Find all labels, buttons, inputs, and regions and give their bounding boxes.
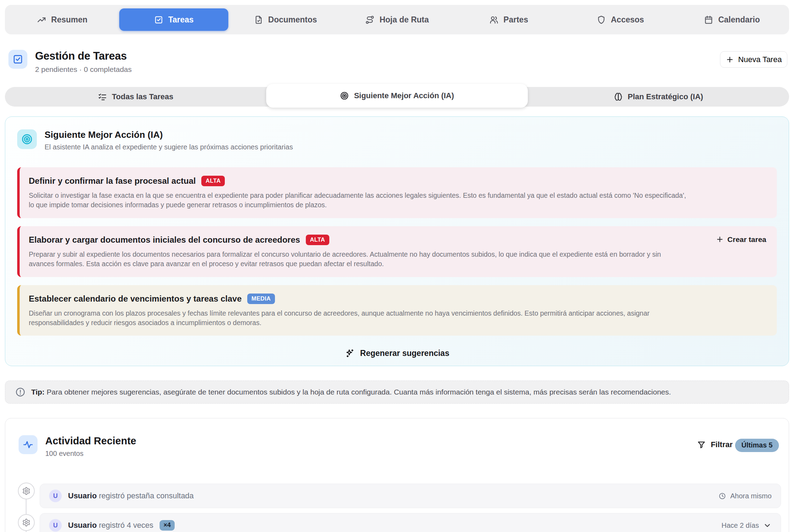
tab-tareas[interactable]: Tareas — [119, 8, 228, 31]
suggestion-title: Definir y confirmar la fase procesal act… — [29, 176, 196, 186]
check-square-icon — [154, 15, 163, 25]
tip-banner: Tip: Para obtener mejores sugerencias, a… — [5, 381, 789, 404]
user-avatar: U — [49, 519, 62, 532]
recent-activity-panel: Actividad Reciente 100 eventos Filtrar Ú… — [5, 418, 789, 532]
tip-label: Tip: — [31, 388, 45, 396]
tab-label: Tareas — [168, 15, 194, 25]
suggestion-card[interactable]: Establecer calendario de vencimientos y … — [17, 285, 777, 336]
shield-icon — [597, 15, 606, 25]
view-tab-todas-las-tareas[interactable]: Todas las Tareas — [5, 87, 266, 107]
tasks-header-icon-box — [8, 50, 27, 69]
ai-target-icon-box — [17, 129, 37, 149]
tab-hoja-de-ruta[interactable]: Hoja de Ruta — [343, 8, 451, 31]
tab-label: Documentos — [268, 15, 317, 25]
target-icon — [340, 91, 349, 100]
info-circle-icon — [15, 387, 26, 397]
page-title: Gestión de Tareas — [35, 50, 132, 62]
regenerate-suggestions-button[interactable]: Regenerar sugerencias — [338, 345, 456, 362]
tab-documentos[interactable]: Documentos — [231, 8, 340, 31]
ai-panel-title: Siguiente Mejor Acción (IA) — [45, 129, 293, 140]
priority-badge: ALTA — [306, 235, 329, 245]
tab-label: Partes — [504, 15, 528, 25]
calendar-icon — [704, 15, 713, 25]
filter-button[interactable]: Filtrar — [697, 440, 733, 449]
sparkles-icon — [345, 348, 355, 358]
view-switcher: Todas las Tareas Siguiente Mejor Acción … — [5, 87, 789, 107]
gear-icon — [18, 483, 35, 499]
suggestion-title: Elaborar y cargar documentos iniciales d… — [29, 235, 300, 245]
suggestion-description: Diseñar un cronograma con los plazos pro… — [29, 309, 688, 328]
activity-icon-box — [19, 435, 38, 454]
activity-title: Actividad Reciente — [45, 435, 136, 447]
user-avatar: U — [49, 490, 62, 502]
chevron-down-icon[interactable] — [763, 521, 772, 530]
ai-suggestions-panel: Siguiente Mejor Acción (IA) El asistente… — [5, 116, 789, 366]
tab-label: Accesos — [611, 15, 644, 25]
create-task-button[interactable]: Crear tarea — [716, 235, 766, 244]
tab-label: Hoja de Ruta — [379, 15, 429, 25]
file-check-icon — [254, 15, 263, 25]
suggestion-description: Solicitar o investigar la fase exacta en… — [29, 191, 688, 210]
activity-pulse-icon — [22, 439, 34, 450]
check-square-icon — [12, 54, 23, 65]
activity-event-row[interactable]: U Usuario registró pestaña consultada Ah… — [40, 484, 781, 508]
view-tab-siguiente-mejor-accion[interactable]: Siguiente Mejor Acción (IA) — [266, 84, 527, 108]
priority-badge: MEDIA — [247, 294, 275, 304]
suggestion-title: Establecer calendario de vencimientos y … — [29, 294, 242, 304]
page-header: Gestión de Tareas 2 pendientes · 0 compl… — [8, 50, 132, 74]
trending-up-icon — [37, 15, 46, 25]
last-events-badge: Últimas 5 — [735, 439, 779, 452]
view-tab-plan-estrategico[interactable]: Plan Estratégico (IA) — [528, 87, 789, 107]
gear-icon — [18, 514, 35, 531]
ai-panel-subtitle: El asistente IA analiza el expediente y … — [45, 143, 293, 151]
suggestion-card[interactable]: Definir y confirmar la fase procesal act… — [17, 167, 777, 218]
event-time: Hace 2 días — [721, 521, 759, 530]
target-icon — [21, 133, 33, 145]
users-icon — [489, 15, 499, 25]
tab-label: Calendario — [718, 15, 760, 25]
brain-icon — [614, 92, 623, 101]
plus-icon — [726, 55, 734, 64]
activity-event-row[interactable]: U Usuario registró 4 veces ×4 Hace 2 día… — [40, 513, 781, 532]
tab-calendario[interactable]: Calendario — [678, 8, 786, 31]
new-task-button[interactable]: Nueva Tarea — [720, 51, 787, 68]
funnel-icon — [697, 440, 706, 449]
task-counts: 2 pendientes · 0 completadas — [35, 65, 132, 74]
tip-text: Para obtener mejores sugerencias, asegúr… — [47, 388, 671, 396]
list-checks-icon — [98, 92, 107, 101]
event-time: Ahora mismo — [730, 492, 772, 500]
tab-resumen[interactable]: Resumen — [8, 8, 116, 31]
suggestion-description: Preparar y subir al expediente los docum… — [29, 250, 667, 269]
top-tab-bar: Resumen Tareas Documentos Hoja de Ruta P… — [5, 5, 789, 34]
event-count-badge: ×4 — [160, 520, 175, 531]
suggestion-card[interactable]: Elaborar y cargar documentos iniciales d… — [17, 226, 777, 277]
priority-badge: ALTA — [201, 176, 225, 186]
tab-label: Resumen — [51, 15, 88, 25]
tab-accesos[interactable]: Accesos — [566, 8, 674, 31]
activity-count: 100 eventos — [45, 450, 136, 458]
plus-icon — [716, 235, 724, 243]
route-icon — [365, 15, 375, 25]
clock-icon — [719, 492, 726, 500]
tab-partes[interactable]: Partes — [454, 8, 563, 31]
